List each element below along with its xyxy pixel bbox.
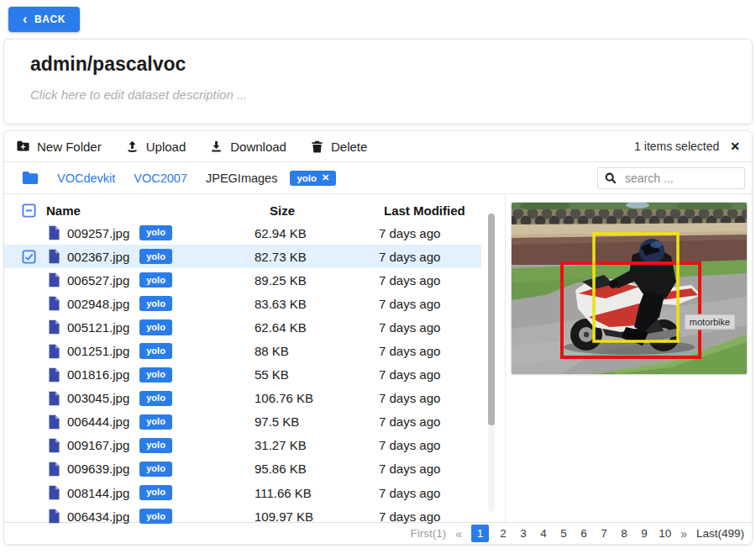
file-modified: 7 days ago <box>379 344 481 358</box>
file-modified: 7 days ago <box>379 320 481 335</box>
annotation-label-text: motorbike <box>690 317 730 327</box>
table-row[interactable]: 005121.jpg yolo 62.64 KB 7 days ago <box>4 315 481 339</box>
pagination-next-icon[interactable]: » <box>680 527 687 541</box>
table-row[interactable]: 009639.jpg yolo 95.86 KB 7 days ago <box>4 457 481 481</box>
format-tag: yolo <box>139 485 172 500</box>
file-modified: 7 days ago <box>379 367 481 382</box>
table-row[interactable]: 006527.jpg yolo 89.25 KB 7 days ago <box>4 268 481 292</box>
dataset-title: admin/pascalvoc <box>30 53 726 76</box>
file-size: 89.25 KB <box>255 273 379 288</box>
format-tag: yolo <box>139 462 172 477</box>
table-row[interactable]: 002367.jpg yolo 82.73 KB 7 days ago <box>4 245 481 268</box>
table-row[interactable]: 008144.jpg yolo 111.66 KB 7 days ago <box>4 481 481 504</box>
table-row[interactable]: 001816.jpg yolo 55 KB 7 days ago <box>4 363 481 387</box>
file-name: 003045.jpg <box>67 391 129 405</box>
pagination-first[interactable]: First(1) <box>411 527 447 540</box>
pagination-page-5[interactable]: 5 <box>558 527 570 540</box>
file-size: 82.73 KB <box>255 250 379 264</box>
file-icon <box>48 414 60 430</box>
search-icon <box>605 172 617 184</box>
file-modified: 7 days ago <box>379 250 481 264</box>
format-tag: yolo <box>139 509 172 524</box>
format-tag: yolo <box>139 367 172 383</box>
file-name: 002367.jpg <box>67 250 129 264</box>
format-tag: yolo <box>139 414 172 430</box>
table-row[interactable]: 002948.jpg yolo 83.63 KB 7 days ago <box>4 292 481 315</box>
pagination-page-7[interactable]: 7 <box>598 527 610 540</box>
delete-label: Delete <box>331 140 367 154</box>
file-name: 006527.jpg <box>67 273 129 288</box>
file-icon <box>48 485 60 500</box>
file-icon <box>48 462 60 477</box>
annotation-label: motorbike <box>685 314 735 330</box>
table-row[interactable]: 006434.jpg yolo 109.97 KB 7 days ago <box>4 504 481 528</box>
folder-icon[interactable] <box>22 171 39 185</box>
download-button[interactable]: Download <box>209 140 286 154</box>
table-row[interactable]: 009167.jpg yolo 31.27 KB 7 days ago <box>4 434 481 457</box>
table-row[interactable]: 009257.jpg yolo 62.94 KB 7 days ago <box>4 221 481 245</box>
upload-label: Upload <box>146 140 186 154</box>
pagination-page-2[interactable]: 2 <box>497 527 509 540</box>
clear-selection-icon[interactable]: ✕ <box>730 140 740 152</box>
dataset-description-placeholder[interactable]: Click here to edit dataset description .… <box>30 87 726 102</box>
format-tag: yolo <box>139 438 172 453</box>
preview-image[interactable]: motorbike <box>512 203 747 374</box>
upload-button[interactable]: Upload <box>125 140 186 154</box>
file-size: 62.94 KB <box>255 226 379 240</box>
file-icon <box>48 509 60 524</box>
table-row[interactable]: 003045.jpg yolo 106.76 KB 7 days ago <box>4 387 481 410</box>
file-icon <box>48 225 60 240</box>
file-rows: 009257.jpg yolo 62.94 KB 7 days ago 0023… <box>4 221 505 528</box>
file-size: 55 KB <box>255 367 379 382</box>
row-checkbox[interactable] <box>11 250 46 264</box>
remove-filter-icon[interactable]: ✕ <box>322 173 329 182</box>
file-name: 009167.jpg <box>67 438 129 452</box>
column-header-size[interactable]: Size <box>255 203 379 218</box>
pagination-page-8[interactable]: 8 <box>618 527 630 540</box>
breadcrumb-item-jpegimages: JPEGImages <box>206 171 277 185</box>
file-modified: 7 days ago <box>379 297 481 311</box>
search-input[interactable] <box>623 171 738 186</box>
pagination-page-3[interactable]: 3 <box>517 527 529 540</box>
breadcrumb-item-vocdevkit[interactable]: VOCdevkit <box>57 171 115 185</box>
file-name: 002948.jpg <box>67 297 129 311</box>
file-modified: 7 days ago <box>379 462 481 476</box>
page: ‹ BACK admin/pascalvoc Click here to edi… <box>0 0 756 545</box>
table-row[interactable]: 006444.jpg yolo 97.5 KB 7 days ago <box>4 410 481 434</box>
file-size: 97.5 KB <box>255 414 379 429</box>
new-folder-button[interactable]: New Folder <box>16 140 102 154</box>
new-folder-label: New Folder <box>37 140 102 154</box>
table-scrollbar[interactable] <box>488 213 495 512</box>
pagination-page-10[interactable]: 10 <box>659 527 671 540</box>
pagination-page-9[interactable]: 9 <box>638 527 650 540</box>
breadcrumb-bar: VOCdevkit VOC2007 JPEGImages yolo ✕ <box>4 162 752 194</box>
pagination-page-6[interactable]: 6 <box>578 527 590 540</box>
breadcrumb-item-voc2007[interactable]: VOC2007 <box>134 171 187 185</box>
column-header-modified[interactable]: Last Modified <box>379 203 481 218</box>
file-icon <box>48 438 60 453</box>
download-label: Download <box>230 140 286 154</box>
back-button[interactable]: ‹ BACK <box>8 7 80 32</box>
file-modified: 7 days ago <box>379 509 481 524</box>
file-name: 005121.jpg <box>67 320 129 335</box>
back-label: BACK <box>34 13 66 25</box>
format-tag: yolo <box>139 391 172 406</box>
search-box[interactable] <box>597 167 745 189</box>
selection-count-text: 1 items selected <box>634 140 719 153</box>
select-all-checkbox[interactable] <box>11 203 46 218</box>
column-header-name[interactable]: Name <box>46 203 255 218</box>
scrollbar-thumb[interactable] <box>488 214 495 425</box>
delete-button[interactable]: Delete <box>310 140 367 154</box>
pagination-prev-icon[interactable]: « <box>455 527 462 541</box>
pagination-page-4[interactable]: 4 <box>538 527 549 540</box>
pagination-last[interactable]: Last(499) <box>696 527 744 540</box>
back-chevron-icon: ‹ <box>23 16 28 23</box>
format-tag: yolo <box>139 272 172 288</box>
file-name: 008144.jpg <box>67 486 129 500</box>
file-size: 106.76 KB <box>255 391 379 405</box>
file-name: 006444.jpg <box>67 414 129 429</box>
file-icon <box>48 272 60 288</box>
format-filter-chip[interactable]: yolo ✕ <box>290 171 336 186</box>
dataset-header-card: admin/pascalvoc Click here to edit datas… <box>3 39 753 124</box>
table-row[interactable]: 001251.jpg yolo 88 KB 7 days ago <box>4 339 481 362</box>
